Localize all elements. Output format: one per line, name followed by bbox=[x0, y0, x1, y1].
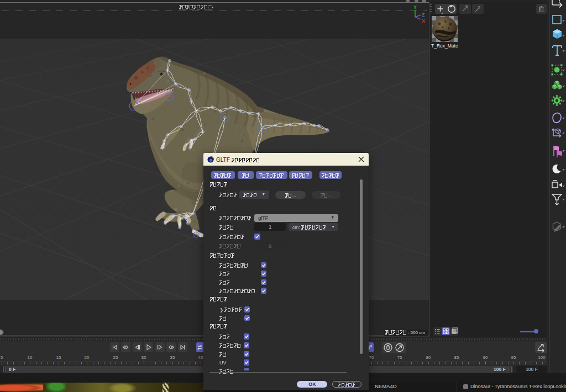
svg-text:X: X bbox=[422, 18, 425, 24]
svg-text:Z: Z bbox=[422, 12, 425, 18]
svg-text:Y: Y bbox=[413, 4, 417, 10]
